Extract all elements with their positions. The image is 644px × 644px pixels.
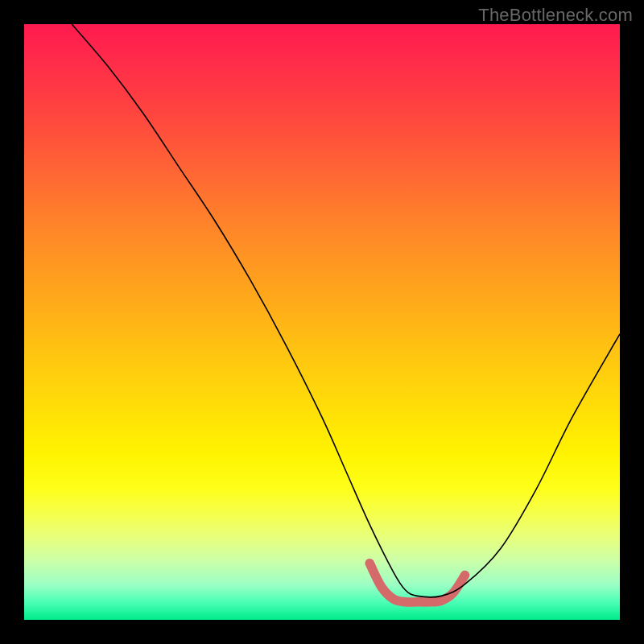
watermark-text: TheBottleneck.com [478, 5, 633, 26]
bottleneck-curve [72, 24, 620, 597]
curves-svg [24, 24, 620, 620]
chart-frame: TheBottleneck.com [0, 0, 644, 644]
plot-area [24, 24, 620, 620]
